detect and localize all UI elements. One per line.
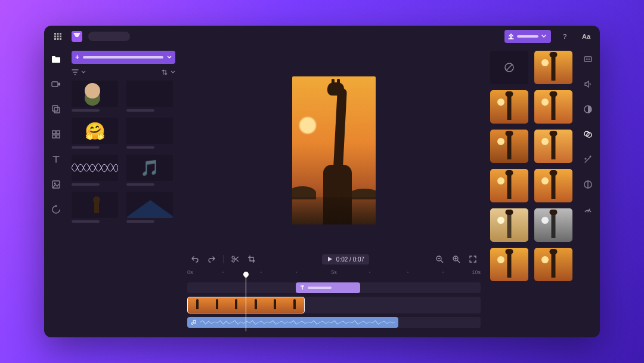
help-button[interactable]: ? [557,30,572,43]
tab-filters[interactable] [580,126,596,143]
crop-icon [247,255,256,263]
tab-graphics[interactable] [48,176,64,193]
grid-icon [51,130,61,139]
svg-rect-13 [57,131,60,134]
media-item[interactable] [72,192,118,223]
track-video[interactable] [187,297,481,313]
speed-icon [583,205,593,214]
filter-preset[interactable] [534,51,572,84]
undo-icon [191,255,199,263]
filters-icon [583,130,593,139]
fit-icon [469,255,477,263]
tab-record[interactable] [48,76,64,93]
zoom-out-button[interactable] [434,254,445,264]
tab-your-media[interactable] [48,51,64,67]
plus-icon: + [75,54,79,61]
tab-speed[interactable] [580,201,596,218]
crop-button[interactable] [246,254,257,264]
tab-effects[interactable] [580,151,596,168]
fit-button[interactable] [467,254,478,264]
svg-rect-0 [54,33,56,35]
filter-preset[interactable] [534,90,572,124]
svg-rect-1 [57,33,59,35]
track-audio[interactable] [187,317,481,328]
filter-preset[interactable] [490,130,528,163]
media-item[interactable] [126,192,173,223]
play-icon [327,256,333,262]
chevron-down-icon [81,70,86,75]
upload-icon [508,33,514,39]
preview-area [187,51,481,250]
playhead[interactable] [246,273,246,331]
export-button[interactable]: Export [504,30,551,43]
media-item[interactable] [126,81,173,112]
timeline-tracks [187,282,481,331]
timeline-ruler[interactable]: 0s 5s 10s [187,269,481,278]
time-display: 0:02 / 0:07 [336,256,364,263]
svg-rect-15 [57,135,60,138]
speaker-icon [583,79,593,89]
left-sidebar [44,47,68,337]
play-button[interactable]: 0:02 / 0:07 [322,254,369,264]
svg-rect-12 [52,131,55,134]
split-button[interactable] [230,254,240,264]
filter-none[interactable] [490,51,528,84]
zoom-in-button[interactable] [451,254,462,264]
video-preview[interactable] [292,76,376,224]
chevron-down-icon [541,34,546,39]
main-area: + Import media 🤗 🎵 [44,47,600,337]
tab-color[interactable] [580,101,596,118]
media-item[interactable]: 🎵 [126,155,173,186]
tab-adjust[interactable] [580,176,596,193]
app-launcher-icon[interactable] [50,30,66,43]
svg-rect-14 [52,135,55,138]
filter-preset[interactable] [534,208,572,242]
transport-bar: 0:02 / 0:07 [187,254,481,264]
svg-rect-24 [584,57,592,61]
media-item[interactable] [72,155,118,186]
layers-icon [51,104,61,114]
tab-audio[interactable] [580,76,596,93]
export-label: Export [517,35,538,38]
filter-preset[interactable] [490,248,528,281]
sort-icon [161,69,168,76]
audio-clip[interactable] [187,317,398,328]
svg-rect-7 [57,38,59,40]
track-text[interactable] [187,282,481,293]
tab-templates[interactable] [48,101,64,118]
none-icon [503,61,515,73]
camera-icon [51,79,61,89]
filter-preset[interactable] [534,169,572,202]
filter-preset[interactable] [534,248,572,281]
svg-rect-10 [52,106,58,111]
undo-button[interactable] [190,254,200,264]
import-media-button[interactable]: + Import media [72,51,175,64]
tab-text[interactable] [48,151,64,168]
filter-preset[interactable] [490,169,528,202]
media-item[interactable] [72,81,118,112]
filter-preset[interactable] [490,208,528,242]
media-item[interactable]: 🤗 [72,118,118,149]
filter-preset[interactable] [490,90,528,124]
tab-transitions[interactable] [48,201,64,218]
tab-stock[interactable] [48,126,64,143]
import-label: Import media [83,56,163,59]
svg-rect-6 [54,38,56,40]
svg-rect-8 [60,38,61,40]
text-clip[interactable] [296,282,360,293]
text-size-button[interactable]: Aa [578,30,594,43]
media-item[interactable] [126,118,173,149]
svg-rect-5 [60,36,61,38]
captions-icon [583,54,593,64]
redo-icon [208,255,216,263]
folder-icon [51,54,61,64]
filter-preset[interactable] [534,130,572,163]
filter-button[interactable] [72,69,86,76]
scissors-icon [231,255,239,263]
right-sidebar [576,47,600,337]
svg-rect-3 [54,36,56,38]
tab-captions[interactable] [580,51,596,67]
sort-button[interactable] [161,69,175,76]
project-title[interactable] [88,32,130,41]
redo-button[interactable] [206,254,217,264]
